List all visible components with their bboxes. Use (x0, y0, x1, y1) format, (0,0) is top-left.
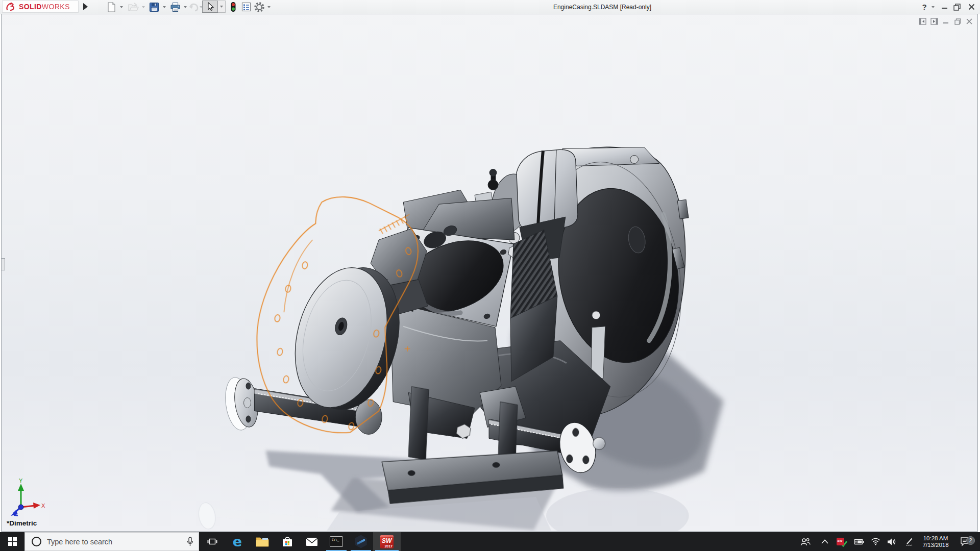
chevron-down-icon (120, 6, 123, 8)
wifi-icon (871, 538, 880, 545)
store-icon (281, 536, 293, 548)
taskbar-app-cmd[interactable]: C:\_ (324, 532, 349, 551)
chevron-down-icon (163, 6, 166, 8)
select-cursor-icon (206, 2, 214, 11)
volume-icon (887, 538, 896, 546)
sw-tray-icon: SW (837, 538, 844, 545)
start-button[interactable] (0, 532, 24, 551)
solidworks-window: SOLIDWORKS (0, 0, 980, 551)
taskbar-app-store[interactable] (275, 532, 300, 551)
open-dropdown[interactable] (140, 1, 146, 13)
action-center-wrap: 2 (960, 537, 971, 547)
taskbar-app-edge[interactable]: e (225, 532, 250, 551)
titlebar: SOLIDWORKS (0, 0, 980, 14)
windows-ink-tray[interactable] (901, 532, 917, 551)
help-button[interactable]: ? (920, 0, 929, 14)
chevron-down-icon (142, 6, 145, 8)
people-icon (800, 538, 811, 546)
engine-casing-model[interactable] (2, 14, 977, 531)
gear-icon (254, 2, 264, 12)
open-button[interactable] (127, 1, 140, 13)
search-placeholder: Type here to search (47, 538, 112, 546)
chevron-up-icon (821, 539, 828, 544)
save-dropdown[interactable] (161, 1, 167, 13)
taskbar-app-edrawings[interactable] (349, 532, 373, 551)
open-folder-icon (128, 3, 139, 12)
clock-time: 10:28 AM (923, 535, 948, 542)
file-explorer-icon (256, 536, 269, 547)
edge-icon: e (233, 535, 242, 548)
triad-y-label: Y (19, 478, 23, 484)
notification-badge: 2 (966, 536, 975, 545)
minimize-icon (941, 4, 948, 10)
restore-button[interactable] (951, 0, 963, 14)
people-button[interactable] (797, 532, 814, 551)
cmd-icon: C:\_ (330, 536, 343, 547)
reference-triad: Y X (7, 478, 50, 519)
solidworks-app-icon: SW 2017 (380, 535, 394, 548)
chevron-down-icon (932, 6, 935, 8)
selection-filter-button[interactable] (228, 1, 239, 13)
print-button[interactable] (168, 1, 182, 13)
viewport-3d[interactable]: Y X *Dimetric (1, 14, 978, 532)
solidworks-logo: SOLIDWORKS (2, 1, 79, 13)
close-icon (968, 4, 975, 10)
taskbar-app-file-explorer[interactable] (250, 532, 275, 551)
windows-logo-icon (8, 537, 17, 546)
swish-mark (356, 539, 365, 545)
select-tool-dropdown[interactable] (218, 1, 226, 13)
pen-icon (905, 537, 914, 546)
battery-tray[interactable] (850, 532, 867, 551)
solidworks-monitor-tray[interactable]: SW (834, 532, 849, 551)
taskbar: Type here to search e (0, 532, 980, 551)
restore-icon (953, 4, 961, 11)
options-dropdown[interactable] (266, 1, 272, 13)
volume-tray[interactable] (884, 532, 899, 551)
wifi-tray[interactable] (868, 532, 883, 551)
clock[interactable]: 10:28 AM 7/13/2018 (918, 532, 953, 551)
triad-x-label: X (41, 503, 45, 509)
tray-overflow-button[interactable] (818, 532, 832, 551)
print-icon (170, 2, 181, 12)
traffic-light-icon (230, 2, 236, 12)
taskbar-app-solidworks[interactable]: SW 2017 (373, 532, 401, 551)
battery-charging-icon (853, 538, 864, 545)
hexagon-app-icon (354, 535, 368, 548)
minimize-button[interactable] (939, 0, 949, 14)
solidworks-wordmark: SOLIDWORKS (19, 3, 70, 11)
save-button[interactable] (148, 1, 161, 13)
new-document-button[interactable] (105, 1, 117, 13)
undo-arrow-icon (188, 3, 199, 12)
chevron-down-icon (267, 6, 271, 8)
taskbar-search[interactable]: Type here to search (24, 532, 199, 551)
help-dropdown[interactable] (930, 0, 936, 14)
cortana-icon (32, 537, 41, 546)
document-title: EngineCasing.SLDASM [Read-only] (553, 4, 651, 11)
close-button[interactable] (966, 0, 977, 14)
clock-date: 7/13/2018 (922, 542, 948, 548)
select-tool-button[interactable] (202, 1, 218, 13)
options-button[interactable] (253, 1, 265, 13)
action-center-button[interactable]: 2 (955, 532, 976, 551)
chevron-down-icon (220, 6, 223, 8)
view-orientation-label: *Dimetric (7, 519, 37, 527)
new-document-icon (107, 2, 116, 12)
task-view-icon (207, 537, 217, 546)
properties-list-icon (241, 2, 251, 12)
save-floppy-icon (149, 2, 159, 12)
microphone-icon[interactable] (187, 537, 193, 547)
taskbar-app-mail[interactable] (300, 532, 324, 551)
properties-button[interactable] (240, 1, 252, 13)
task-view-button[interactable] (200, 532, 225, 551)
menu-flyout-arrow[interactable] (82, 2, 89, 11)
new-document-dropdown[interactable] (118, 1, 125, 13)
mail-icon (306, 537, 318, 546)
solidworks-logo-icon (6, 2, 17, 12)
